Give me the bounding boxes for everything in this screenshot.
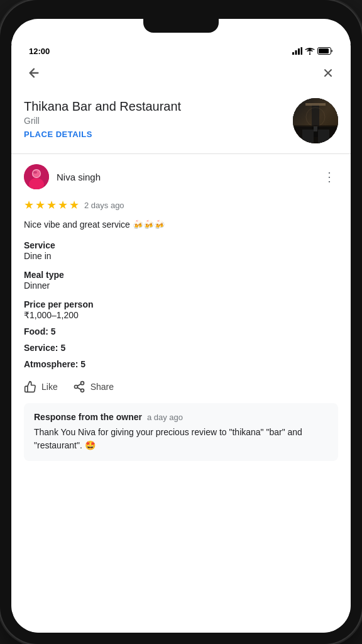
- svg-rect-0: [292, 52, 294, 55]
- phone-screen: 12:00: [11, 19, 351, 633]
- star-1: ★: [24, 198, 34, 212]
- restaurant-name: Thikana Bar and Restaurant: [24, 98, 285, 114]
- reviewer-name: Niva singh: [57, 172, 101, 182]
- avatar-svg: [24, 164, 49, 189]
- nav-bar: [11, 58, 351, 88]
- review-section: Niva singh ⋮ ★ ★ ★ ★ ★ 2 days ago Nice v…: [11, 154, 351, 471]
- service-label: Service: [24, 240, 338, 250]
- restaurant-type: Grill: [24, 116, 285, 126]
- svg-rect-10: [293, 126, 338, 143]
- food-rating-label: Food:: [24, 326, 48, 336]
- owner-response: Response from the owner a day ago Thank …: [24, 403, 338, 461]
- battery-icon: [317, 47, 333, 55]
- share-label: Share: [90, 382, 114, 392]
- service-rating-row: Service: 5: [24, 343, 338, 353]
- phone-frame: 12:00: [0, 0, 362, 644]
- like-label: Like: [41, 382, 58, 392]
- meal-type-detail: Meal type Dinner: [24, 270, 338, 291]
- atmosphere-rating-row: Atmosphere: 5: [24, 359, 338, 369]
- price-value: ₹1,000–1,200: [24, 310, 338, 320]
- notch-area: [11, 19, 351, 44]
- action-row: Like Share: [24, 380, 338, 393]
- avatar-image: [24, 164, 49, 189]
- star-5: ★: [69, 198, 79, 212]
- status-icons: [292, 47, 333, 55]
- star-rating: ★ ★ ★ ★ ★: [24, 198, 79, 212]
- back-button[interactable]: [24, 63, 44, 83]
- svg-rect-2: [298, 48, 300, 55]
- screen-content: Thikana Bar and Restaurant Grill PLACE D…: [11, 58, 351, 633]
- more-options-button[interactable]: ⋮: [321, 167, 338, 187]
- food-rating-row: Food: 5: [24, 326, 338, 336]
- place-details-link[interactable]: PLACE DETAILS: [24, 130, 285, 139]
- restaurant-image: [293, 98, 338, 143]
- food-rating-value: 5: [51, 326, 56, 336]
- atmosphere-rating-value: 5: [80, 359, 85, 369]
- review-text: Nice vibe and great service 🍻🍻🍻: [24, 218, 338, 231]
- reviewer-row: Niva singh ⋮: [24, 164, 338, 189]
- restaurant-photo: [293, 98, 338, 143]
- svg-rect-14: [314, 126, 317, 131]
- svg-rect-9: [312, 104, 319, 137]
- service-rating-label: Service:: [24, 343, 58, 353]
- service-detail: Service Dine in: [24, 240, 338, 261]
- service-value: Dine in: [24, 251, 338, 261]
- atmosphere-rating-label: Atmosphere:: [24, 359, 78, 369]
- svg-rect-12: [302, 130, 314, 143]
- svg-line-24: [77, 387, 81, 389]
- owner-response-title: Response from the owner: [34, 412, 142, 422]
- review-time: 2 days ago: [84, 201, 124, 210]
- owner-response-time: a day ago: [147, 413, 183, 422]
- svg-line-25: [77, 384, 81, 386]
- meal-type-value: Dinner: [24, 280, 338, 291]
- service-rating-value: 5: [60, 343, 65, 353]
- restaurant-info: Thikana Bar and Restaurant Grill PLACE D…: [24, 98, 285, 139]
- reviewer-info: Niva singh: [24, 164, 101, 189]
- restaurant-image-bg: [293, 98, 338, 143]
- svg-rect-6: [319, 48, 329, 53]
- svg-point-19: [33, 170, 40, 177]
- wifi-icon: [305, 47, 315, 55]
- like-icon: [24, 380, 36, 393]
- svg-rect-11: [305, 103, 326, 106]
- owner-response-header: Response from the owner a day ago: [34, 412, 328, 422]
- share-icon: [73, 380, 85, 393]
- share-button[interactable]: Share: [73, 380, 114, 393]
- avatar: [24, 164, 49, 189]
- svg-rect-1: [295, 50, 297, 55]
- star-4: ★: [58, 198, 68, 212]
- price-label: Price per person: [24, 299, 338, 309]
- star-3: ★: [47, 198, 57, 212]
- notch: [143, 19, 219, 33]
- owner-response-text: Thank You Niva for giving your precious …: [34, 426, 328, 452]
- svg-point-4: [309, 53, 310, 55]
- restaurant-header: Thikana Bar and Restaurant Grill PLACE D…: [11, 88, 351, 153]
- svg-rect-3: [301, 47, 303, 55]
- price-detail: Price per person ₹1,000–1,200: [24, 299, 338, 320]
- like-button[interactable]: Like: [24, 380, 58, 393]
- status-bar: 12:00: [11, 44, 351, 58]
- star-2: ★: [35, 198, 45, 212]
- status-time: 12:00: [29, 47, 50, 56]
- rating-row: ★ ★ ★ ★ ★ 2 days ago: [24, 198, 338, 212]
- svg-rect-13: [318, 130, 329, 143]
- close-button[interactable]: [318, 63, 338, 83]
- signal-icon: [292, 47, 302, 55]
- meal-type-label: Meal type: [24, 270, 338, 280]
- svg-point-20: [33, 171, 37, 174]
